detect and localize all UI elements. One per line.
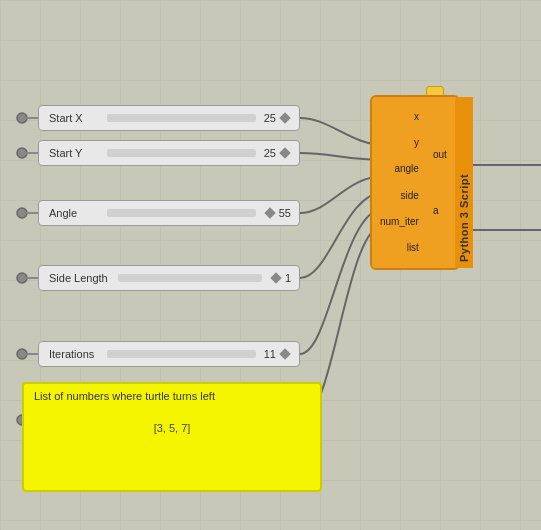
svg-point-0: [17, 113, 27, 123]
list-node-value: [3, 5, 7]: [34, 422, 310, 434]
port-out: out: [433, 147, 447, 163]
port-y: y: [380, 135, 421, 151]
angle-value: 55: [260, 207, 295, 219]
angle-diamond-left: [264, 207, 275, 218]
script-output-ports: out a: [427, 97, 455, 268]
start-y-label: Start Y: [43, 147, 103, 159]
script-node: x y angle side num_iter list out a Pytho…: [370, 95, 460, 270]
iterations-label: Iterations: [43, 348, 103, 360]
start-y-diamond: [279, 147, 290, 158]
port-side: side: [380, 188, 421, 204]
iterations-slider[interactable]: [107, 350, 256, 358]
start-x-value: 25: [260, 112, 295, 124]
side-length-value: 1: [266, 272, 295, 284]
angle-label: Angle: [43, 207, 103, 219]
list-node: List of numbers where turtle turns left …: [22, 382, 322, 492]
port-a: a: [433, 203, 447, 219]
iterations-node: Iterations 11: [38, 341, 300, 367]
start-y-value: 25: [260, 147, 295, 159]
start-y-node: Start Y 25: [38, 140, 300, 166]
start-x-slider[interactable]: [107, 114, 256, 122]
port-num-iter: num_iter: [380, 214, 421, 230]
svg-point-3: [17, 273, 27, 283]
start-x-node: Start X 25: [38, 105, 300, 131]
list-node-title: List of numbers where turtle turns left: [34, 390, 310, 402]
side-length-node: Side Length 1: [38, 265, 300, 291]
port-x: x: [380, 109, 421, 125]
angle-slider[interactable]: [107, 209, 256, 217]
script-input-ports: x y angle side num_iter list: [372, 97, 427, 268]
port-list: list: [380, 240, 421, 256]
start-x-diamond: [279, 112, 290, 123]
start-x-label: Start X: [43, 112, 103, 124]
start-y-slider[interactable]: [107, 149, 256, 157]
side-length-slider[interactable]: [118, 274, 262, 282]
iterations-value: 11: [260, 348, 295, 360]
side-length-diamond: [270, 272, 281, 283]
canvas: Start X 25 Start Y 25 Angle 55 Side Leng…: [0, 0, 541, 530]
iterations-diamond: [279, 348, 290, 359]
script-title: Python 3 Script: [455, 97, 473, 268]
angle-node: Angle 55: [38, 200, 300, 226]
side-length-label: Side Length: [43, 272, 114, 284]
port-angle: angle: [380, 161, 421, 177]
svg-point-4: [17, 349, 27, 359]
svg-point-1: [17, 148, 27, 158]
svg-point-2: [17, 208, 27, 218]
